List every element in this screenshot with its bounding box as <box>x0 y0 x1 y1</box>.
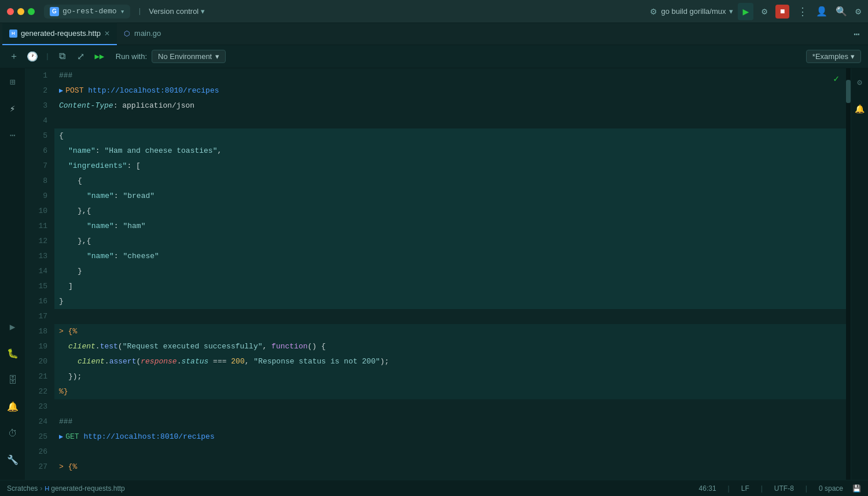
sidebar-database-icon[interactable]: 🗄 <box>5 372 21 388</box>
status-encoding: UTF-8 <box>774 484 794 493</box>
scrollbar[interactable] <box>846 68 851 480</box>
line-num-11: 11 <box>25 219 47 234</box>
search-icon[interactable]: 🔍 <box>836 6 847 17</box>
paren-close-20: ); <box>380 354 389 369</box>
run-play-icon[interactable]: ▶ <box>738 3 753 20</box>
code-line-25: ▶ GET http://localhost:8010/recipes <box>54 429 851 444</box>
version-control-selector[interactable]: Version control ▾ <box>149 7 205 16</box>
code-line-10: },{ <box>54 204 851 219</box>
code-line-21: }); <box>54 369 851 384</box>
examples-label: *Examples <box>812 52 848 61</box>
examples-button[interactable]: *Examples ▾ <box>806 50 861 63</box>
status-scratches[interactable]: Scratches › H generated-requests.http <box>7 484 125 493</box>
code-line-6: "name" : "Ham and cheese toasties" , <box>54 144 851 159</box>
response-20: response <box>141 354 176 369</box>
run-cmd-label: go build gorilla/mux <box>661 7 726 16</box>
line-num-22: 22 <box>25 384 47 399</box>
tab-generated-requests[interactable]: H generated-requests.http ✕ <box>2 23 117 45</box>
minimize-button[interactable] <box>17 8 24 15</box>
status-indent: 0 space <box>819 484 843 493</box>
key-name-11: "name" <box>87 219 114 234</box>
tab-http-icon: H <box>9 30 17 38</box>
tab-close-icon[interactable]: ✕ <box>104 30 110 38</box>
line-num-24: 24 <box>25 414 47 429</box>
line-num-23: 23 <box>25 399 47 414</box>
open-brace-8: { <box>78 174 82 189</box>
close-button[interactable] <box>7 8 14 15</box>
code-line-24: ### <box>54 414 851 429</box>
paren-open-20: ( <box>136 354 141 369</box>
key-name-9: "name" <box>87 189 114 204</box>
line-num-7: 7 <box>25 159 47 174</box>
code-line-18: > {% <box>54 324 851 339</box>
breadcrumb-separator: › <box>40 484 42 493</box>
status-right: 46:31 | LF | UTF-8 | 0 space 💾 <box>699 484 861 493</box>
line-num-18: 18 <box>25 324 47 339</box>
sidebar-clock-icon[interactable]: ⏱ <box>5 425 21 442</box>
settings-profile-icon[interactable]: ⚙ <box>762 6 767 17</box>
add-button[interactable]: ＋ <box>7 50 21 64</box>
code-line-23 <box>54 399 851 414</box>
code-line-9: "name" : "bread" <box>54 189 851 204</box>
close-paren-21: }); <box>68 369 82 384</box>
line-numbers: 1 2 3 4 5 6 7 8 9 10 11 12 13 14 15 16 1… <box>25 68 54 480</box>
stop-icon[interactable]: ■ <box>775 5 789 19</box>
run-button[interactable]: ▶▶ <box>93 50 106 64</box>
close-bracket-15: ] <box>68 279 73 294</box>
line-num-13: 13 <box>25 249 47 264</box>
status-position: 46:31 <box>699 484 716 493</box>
key-name: "name" <box>68 144 95 159</box>
client-19: client <box>68 339 95 354</box>
tab-main-go[interactable]: ⬡ main.go <box>117 23 168 45</box>
code-line-26 <box>54 444 851 460</box>
project-icon: G <box>50 7 59 16</box>
right-sidebar-icon[interactable]: ⚙ <box>852 74 868 90</box>
sidebar-debug-icon[interactable]: 🐛 <box>5 346 21 362</box>
code-line-2: ▶ POST http://localhost:8010/recipes <box>54 83 851 98</box>
tab-more-button[interactable]: ⋯ <box>848 28 866 41</box>
user-icon[interactable]: 👤 <box>816 6 827 17</box>
project-dropdown-icon: ▾ <box>120 7 125 16</box>
maximize-button[interactable] <box>28 8 35 15</box>
key-name-13: "name" <box>87 249 114 264</box>
status-sep2: | <box>761 484 763 493</box>
code-content[interactable]: ### ▶ POST http://localhost:8010/recipes… <box>54 68 851 480</box>
sidebar-notifications-icon[interactable]: 🔔 <box>5 399 21 415</box>
scroll-thumb[interactable] <box>846 80 851 103</box>
kw-function: function <box>271 339 307 354</box>
sidebar-plugin-icon[interactable]: 🔧 <box>5 452 21 468</box>
colon-7: : [ <box>127 159 140 174</box>
sidebar-dots-icon[interactable]: ⋯ <box>5 127 21 144</box>
environment-selector[interactable]: No Environment ▾ <box>152 50 226 63</box>
run-line-25-icon[interactable]: ▶ <box>59 429 63 444</box>
code-line-4 <box>54 113 851 128</box>
close-brace-14: } <box>78 264 82 279</box>
run-section: ⚙ go build gorilla/mux ▾ <box>650 7 733 16</box>
sidebar-run-icon[interactable]: ▶ <box>5 319 21 335</box>
run-line-2-icon[interactable]: ▶ <box>59 83 63 98</box>
val-ham: "ham" <box>123 219 145 234</box>
expand-button[interactable]: ⤢ <box>74 50 88 64</box>
more-options-icon[interactable]: ⋮ <box>797 5 808 18</box>
sidebar-http-icon[interactable]: ⚡ <box>5 101 21 117</box>
code-line-15: ] <box>54 279 851 294</box>
comma2-20: , <box>245 354 254 369</box>
history-button[interactable]: 🕐 <box>25 50 39 64</box>
str-request-executed: "Request executed successfully" <box>123 339 263 354</box>
num-200: 200 <box>231 354 244 369</box>
right-sidebar-notifications-icon[interactable]: 🔔 <box>852 101 868 117</box>
project-selector[interactable]: G go-rest-demo ▾ <box>44 5 130 19</box>
right-sidebar: ⚙ 🔔 <box>851 68 868 480</box>
examples-dropdown-icon: ▾ <box>851 52 855 61</box>
code-line-5: { <box>54 128 851 144</box>
copy-button[interactable]: ⧉ <box>56 50 69 64</box>
line-num-15: 15 <box>25 279 47 294</box>
open-brace: { <box>59 128 64 144</box>
status-file-icon-group: H generated-requests.http <box>45 484 124 493</box>
sidebar-explorer-icon[interactable]: ⊞ <box>5 74 21 90</box>
gear-icon[interactable]: ⚙ <box>855 6 861 17</box>
header-value: application/json <box>122 98 194 113</box>
comma-6: , <box>217 144 222 159</box>
header-colon: : <box>113 98 123 113</box>
tab-main-go-label: main.go <box>134 29 161 38</box>
